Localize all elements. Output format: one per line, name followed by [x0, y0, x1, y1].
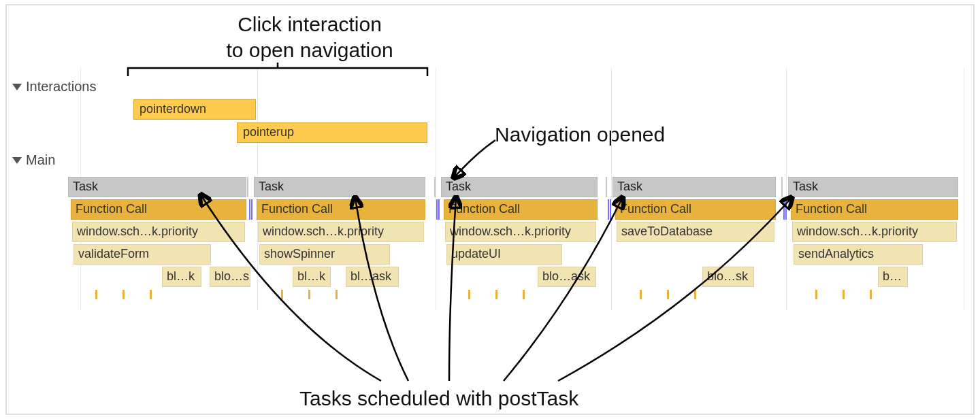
track-label-interactions[interactable]: Interactions: [12, 79, 96, 95]
flame-function-call[interactable]: Function Call: [444, 199, 598, 220]
flame-sliver: [436, 199, 438, 220]
flame-sliver: [281, 290, 283, 299]
flame-task[interactable]: Task: [441, 177, 598, 197]
track-label-interactions-text: Interactions: [26, 79, 96, 95]
flame-sliver: [694, 290, 696, 299]
flame-scheduler-priority[interactable]: window.sch…k.priority: [258, 222, 424, 242]
flame-blocking-task[interactable]: blo…ask: [538, 267, 596, 287]
timeline-gridline: [611, 68, 612, 310]
flame-sliver: [308, 290, 310, 299]
timeline-gridline: [436, 68, 436, 310]
flame-scheduler-priority[interactable]: window.sch…k.priority: [792, 222, 957, 242]
timeline-gridline: [964, 68, 964, 310]
flame-sliver: [95, 290, 97, 299]
flame-sliver: [434, 177, 436, 197]
flame-function-call[interactable]: Function Call: [791, 199, 958, 220]
track-label-main-text: Main: [26, 152, 55, 168]
flame-blocking-task[interactable]: blo…sk: [210, 267, 250, 287]
interaction-pointerdown[interactable]: pointerdown: [133, 99, 256, 120]
flame-task[interactable]: Task: [68, 177, 246, 197]
chevron-down-icon: [12, 84, 22, 90]
flame-scheduler-priority[interactable]: saveToDatabase: [617, 222, 774, 242]
chevron-down-icon: [12, 157, 22, 164]
flame-sliver: [870, 290, 872, 299]
flame-sliver: [606, 177, 607, 197]
flame-sliver: [468, 290, 470, 299]
flame-blocking-task[interactable]: bl…ask: [346, 267, 399, 287]
flame-user-function[interactable]: sendAnalytics: [794, 244, 923, 265]
flame-task[interactable]: Task: [612, 177, 776, 197]
flame-user-function[interactable]: validateForm: [74, 244, 211, 265]
annotation-click-interaction-line2: to open navigation: [187, 38, 432, 63]
flame-scheduler-priority[interactable]: window.sch…k.priority: [445, 222, 596, 242]
annotation-tasks-posttask: Tasks scheduled with postTask: [299, 386, 578, 411]
flame-sliver: [781, 177, 783, 197]
flame-blocking-task[interactable]: bl…k: [293, 267, 331, 287]
flame-blocking-task[interactable]: bl…k: [162, 267, 201, 287]
flame-sliver: [122, 290, 125, 299]
flame-task[interactable]: Task: [788, 177, 958, 197]
flame-sliver: [336, 290, 338, 299]
flame-sliver: [523, 290, 525, 299]
flame-function-call[interactable]: Function Call: [71, 199, 246, 220]
flame-sliver: [640, 290, 642, 299]
flame-sliver: [608, 199, 609, 220]
flame-sliver: [249, 199, 250, 220]
track-label-main[interactable]: Main: [12, 152, 55, 168]
flame-sliver: [495, 290, 497, 299]
flame-sliver: [438, 199, 440, 220]
flame-sliver: [247, 177, 248, 197]
timeline-gridline: [786, 68, 787, 310]
flame-blocking-task[interactable]: blo…sk: [702, 267, 754, 287]
annotation-navigation-opened: Navigation opened: [495, 122, 665, 147]
flame-function-call[interactable]: Function Call: [615, 199, 776, 220]
flame-user-function[interactable]: showSpinner: [259, 244, 390, 265]
flame-user-function[interactable]: updateUI: [446, 244, 562, 265]
flame-function-call[interactable]: Function Call: [257, 199, 425, 220]
flame-sliver: [843, 290, 845, 299]
annotation-click-interaction-line1: Click interaction: [187, 12, 432, 37]
flame-task[interactable]: Task: [254, 177, 425, 197]
flame-blocking-task[interactable]: b…: [878, 267, 908, 287]
flame-sliver: [785, 199, 787, 220]
interaction-pointerup[interactable]: pointerup: [237, 122, 427, 143]
flame-sliver: [783, 199, 785, 220]
flame-sliver: [251, 199, 252, 220]
flame-sliver: [667, 290, 669, 299]
flame-sliver: [610, 199, 611, 220]
flame-scheduler-priority[interactable]: window.sch…k.priority: [72, 222, 245, 242]
flame-sliver: [150, 290, 152, 299]
flame-sliver: [815, 290, 817, 299]
